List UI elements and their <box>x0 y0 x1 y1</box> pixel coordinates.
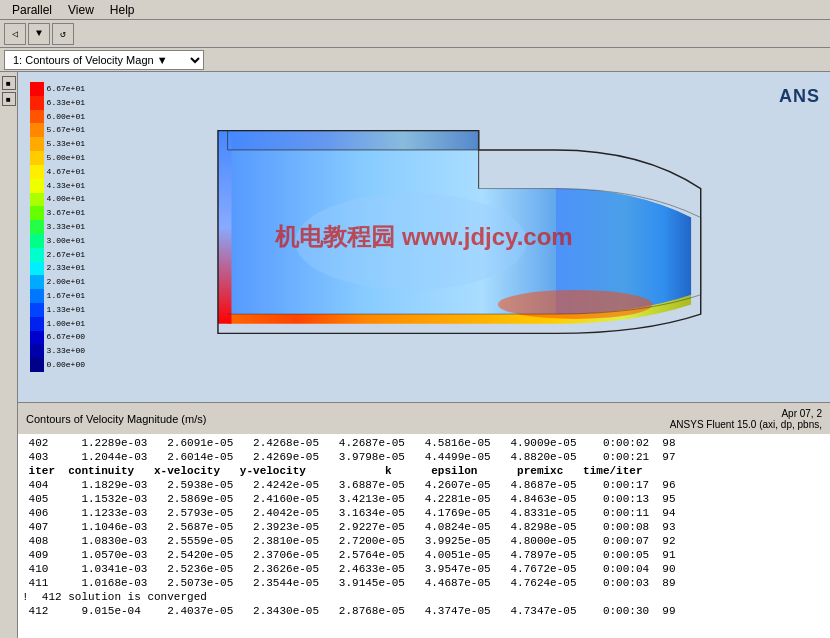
menu-parallel[interactable]: Parallel <box>4 1 60 19</box>
legend-color-bar <box>30 82 44 372</box>
refresh-button[interactable]: ↺ <box>52 23 74 45</box>
sidebar-btn-1[interactable]: ■ <box>2 76 16 90</box>
menu-view[interactable]: View <box>60 1 102 19</box>
toolbar: ◁ ▼ ↺ <box>0 20 830 48</box>
console-row-406: 406 1.1233e-03 2.5793e-05 2.4042e-05 3.1… <box>22 506 826 520</box>
menubar: Parallel View Help <box>0 0 830 20</box>
console-row-409: 409 1.0570e-03 2.5420e-05 2.3706e-05 2.5… <box>22 548 826 562</box>
caption-title: Contours of Velocity Magnitude (m/s) <box>26 413 206 425</box>
dropdown-button[interactable]: ▼ <box>28 23 50 45</box>
console-row-410: 410 1.0341e-03 2.5236e-05 2.3626e-05 2.4… <box>22 562 826 576</box>
sidebar-btn-2[interactable]: ■ <box>2 92 16 106</box>
left-sidebar: ■ ■ <box>0 72 18 638</box>
viz-panel: 6.67e+01 6.33e+01 6.00e+01 5.67e+01 5.33… <box>18 72 830 402</box>
console-row-407: 407 1.1046e-03 2.5687e-05 2.3923e-05 2.9… <box>22 520 826 534</box>
console-row-412: 412 9.015e-04 2.4037e-05 2.3430e-05 2.87… <box>22 604 826 618</box>
console-area: 402 1.2289e-03 2.6091e-05 2.4268e-05 4.2… <box>18 434 830 638</box>
console-row-408: 408 1.0830e-03 2.5559e-05 2.3810e-05 2.7… <box>22 534 826 548</box>
svg-rect-0 <box>218 131 232 324</box>
contour-select[interactable]: 1: Contours of Velocity Magn ▼ <box>4 50 204 70</box>
console-row-converged: ! 412 solution is converged <box>22 590 826 604</box>
console-row-403: 403 1.2044e-03 2.6014e-05 2.4269e-05 3.9… <box>22 450 826 464</box>
console-header: iter continuity x-velocity y-velocity k … <box>22 464 826 478</box>
right-area: 6.67e+01 6.33e+01 6.00e+01 5.67e+01 5.33… <box>18 72 830 638</box>
dropdown-bar: 1: Contours of Velocity Magn ▼ <box>0 48 830 72</box>
watermark: 机电教程园 www.jdjcy.com <box>275 220 572 254</box>
caption-bar: Contours of Velocity Magnitude (m/s) Apr… <box>18 402 830 434</box>
console-row-405: 405 1.1532e-03 2.5869e-05 2.4160e-05 3.4… <box>22 492 826 506</box>
main-content: ■ ■ <box>0 72 830 638</box>
menu-help[interactable]: Help <box>102 1 143 19</box>
console-row-404: 404 1.1829e-03 2.5938e-05 2.4242e-05 3.6… <box>22 478 826 492</box>
ansys-logo: ANS <box>779 82 820 108</box>
caption-right: Apr 07, 2 ANSYS Fluent 15.0 (axi, dp, pb… <box>670 408 822 430</box>
legend-labels: 6.67e+01 6.33e+01 6.00e+01 5.67e+01 5.33… <box>47 82 85 372</box>
color-legend: 6.67e+01 6.33e+01 6.00e+01 5.67e+01 5.33… <box>30 82 85 372</box>
back-button[interactable]: ◁ <box>4 23 26 45</box>
console-row-411: 411 1.0168e-03 2.5073e-05 2.3544e-05 3.9… <box>22 576 826 590</box>
console-row-402: 402 1.2289e-03 2.6091e-05 2.4268e-05 4.2… <box>22 436 826 450</box>
